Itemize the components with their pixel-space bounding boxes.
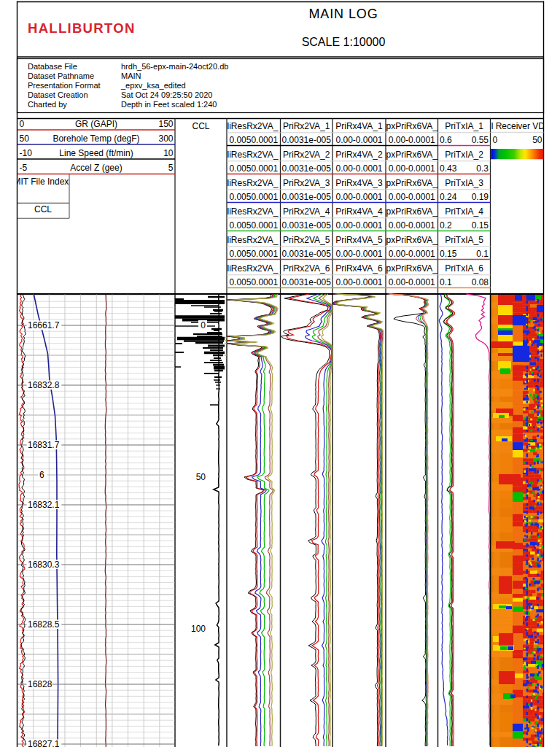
svg-text:liResRx2VA_: liResRx2VA_	[228, 206, 279, 217]
svg-text:16831.7: 16831.7	[28, 440, 60, 450]
svg-text:0.0050.0001: 0.0050.0001	[229, 249, 278, 259]
svg-text:MIT File Index: MIT File Index	[14, 177, 69, 187]
svg-text:0.00-0.0001: 0.00-0.0001	[335, 220, 382, 231]
svg-text:PriRx2VA_5: PriRx2VA_5	[283, 235, 330, 245]
svg-text:16832.1: 16832.1	[28, 500, 60, 510]
svg-text:PriRx2VA_6: PriRx2VA_6	[283, 263, 330, 274]
svg-text:liResRx2VA_: liResRx2VA_	[228, 235, 279, 245]
svg-text:PriRx4VA_1: PriRx4VA_1	[335, 121, 383, 131]
svg-text:PriTxIA_2: PriTxIA_2	[445, 150, 483, 160]
svg-text:pxPriRx6VA_: pxPriRx6VA_	[386, 121, 438, 131]
svg-text:16830.3: 16830.3	[28, 560, 60, 570]
svg-text:50: 50	[20, 133, 30, 144]
svg-text:0.1: 0.1	[440, 277, 452, 287]
svg-text:-5: -5	[20, 163, 28, 173]
svg-text:CCL: CCL	[34, 204, 52, 214]
svg-text:Dataset Pathname: Dataset Pathname	[28, 71, 94, 80]
svg-text:0.00-0.0001: 0.00-0.0001	[389, 192, 435, 202]
svg-text:PriRx2VA_3: PriRx2VA_3	[283, 178, 330, 188]
svg-text:Presentation Format: Presentation Format	[28, 81, 101, 90]
svg-text:0.19: 0.19	[472, 192, 489, 202]
svg-text:16828.5: 16828.5	[28, 619, 60, 630]
svg-text:0.0050.0001: 0.0050.0001	[229, 277, 278, 287]
svg-text:PriTxIA_6: PriTxIA_6	[445, 263, 483, 274]
svg-text:0.43: 0.43	[440, 163, 457, 174]
svg-text:0.0031e-005: 0.0031e-005	[282, 192, 332, 202]
svg-text:50: 50	[196, 472, 206, 482]
svg-text:0.0050.0001: 0.0050.0001	[229, 220, 278, 231]
svg-text:0.0031e-005: 0.0031e-005	[282, 135, 332, 145]
svg-text:Line Speed (ft/min): Line Speed (ft/min)	[59, 148, 133, 158]
svg-text:0.00-0.0001: 0.00-0.0001	[389, 249, 435, 259]
svg-text:0.0031e-005: 0.0031e-005	[282, 163, 332, 174]
svg-text:0: 0	[201, 320, 206, 330]
svg-text:PriRx2VA_1: PriRx2VA_1	[283, 121, 330, 131]
svg-text:0.6: 0.6	[440, 135, 452, 145]
svg-text:pxPriRx6VA_: pxPriRx6VA_	[386, 206, 438, 217]
svg-text:PriRx4VA_5: PriRx4VA_5	[335, 235, 383, 245]
svg-text:16832.8: 16832.8	[28, 380, 60, 390]
svg-text:0.0031e-005: 0.0031e-005	[282, 277, 332, 287]
svg-text:0.0031e-005: 0.0031e-005	[282, 249, 332, 259]
svg-text:0.0031e-005: 0.0031e-005	[282, 220, 332, 231]
svg-text:HALLIBURTON: HALLIBURTON	[28, 20, 136, 36]
svg-text:PriRx4VA_3: PriRx4VA_3	[335, 178, 383, 188]
svg-text:0.00-0.0001: 0.00-0.0001	[335, 249, 382, 259]
svg-text:0.15: 0.15	[440, 249, 457, 259]
svg-text:PriTxIA_4: PriTxIA_4	[445, 206, 483, 217]
svg-text:0.00-0.0001: 0.00-0.0001	[389, 220, 435, 231]
svg-text:0.55: 0.55	[472, 135, 489, 145]
svg-text:Borehole Temp (degF): Borehole Temp (degF)	[52, 133, 139, 144]
svg-text:0.00-0.0001: 0.00-0.0001	[389, 163, 435, 174]
svg-text:0.0050.0001: 0.0050.0001	[229, 135, 278, 145]
svg-text:PriTxIA_5: PriTxIA_5	[445, 235, 483, 245]
svg-text:Accel Z (gee): Accel Z (gee)	[70, 163, 122, 173]
svg-text:Sat Oct 24 09:25:50 2020: Sat Oct 24 09:25:50 2020	[121, 90, 212, 99]
svg-text:liResRx2VA_: liResRx2VA_	[228, 121, 279, 131]
svg-text:MAIN: MAIN	[121, 71, 141, 80]
svg-text:pxPriRx6VA_: pxPriRx6VA_	[386, 150, 438, 160]
svg-text:liResRx2VA_: liResRx2VA_	[228, 150, 279, 160]
svg-text:0: 0	[493, 135, 498, 145]
svg-text:300: 300	[158, 133, 173, 144]
svg-text:Depth in Feet scaled 1:240: Depth in Feet scaled 1:240	[121, 100, 217, 109]
svg-text:0.00-0.0001: 0.00-0.0001	[335, 163, 382, 174]
svg-text:GR (GAPI): GR (GAPI)	[75, 119, 117, 129]
svg-text:50: 50	[532, 135, 542, 145]
svg-text:Database File: Database File	[28, 62, 77, 71]
svg-text:10: 10	[163, 148, 174, 158]
svg-text:0.15: 0.15	[472, 220, 489, 231]
svg-text:PriRx4VA_6: PriRx4VA_6	[335, 263, 383, 274]
svg-text:pxPriRx6VA_: pxPriRx6VA_	[386, 263, 438, 274]
svg-text:0.00-0.0001: 0.00-0.0001	[335, 277, 382, 287]
svg-text:0.00-0.0001: 0.00-0.0001	[335, 192, 382, 202]
svg-text:_epxv_ksa_edited: _epxv_ksa_edited	[120, 81, 186, 90]
svg-text:0.24: 0.24	[440, 192, 457, 202]
svg-text:All Receiver VDL: All Receiver VDL	[483, 121, 550, 131]
svg-text:Charted by: Charted by	[28, 100, 67, 109]
svg-text:liResRx2VA_: liResRx2VA_	[228, 263, 279, 274]
svg-text:PriRx2VA_4: PriRx2VA_4	[283, 206, 330, 217]
svg-text:0.1: 0.1	[476, 249, 489, 259]
svg-text:MAIN LOG: MAIN LOG	[308, 7, 378, 21]
svg-text:liResRx2VA_: liResRx2VA_	[228, 178, 279, 188]
svg-text:16827.1: 16827.1	[28, 739, 60, 747]
svg-text:0: 0	[20, 119, 25, 129]
svg-text:PriRx4VA_2: PriRx4VA_2	[335, 150, 383, 160]
svg-text:0.00-0.0001: 0.00-0.0001	[335, 135, 382, 145]
svg-text:pxPriRx6VA_: pxPriRx6VA_	[386, 178, 438, 188]
svg-text:PriTxIA_3: PriTxIA_3	[445, 178, 483, 188]
svg-text:-10: -10	[20, 148, 33, 158]
svg-text:16828: 16828	[28, 679, 52, 689]
svg-text:5: 5	[168, 163, 174, 173]
svg-text:hrdh_56-epx-main-24oct20.db: hrdh_56-epx-main-24oct20.db	[121, 62, 228, 71]
svg-text:0.2: 0.2	[440, 220, 452, 231]
svg-text:PriRx2VA_2: PriRx2VA_2	[283, 150, 330, 160]
svg-text:0.3: 0.3	[476, 163, 489, 174]
svg-text:0.00-0.0001: 0.00-0.0001	[389, 277, 435, 287]
svg-text:0.00-0.0001: 0.00-0.0001	[389, 135, 435, 145]
svg-text:150: 150	[158, 119, 173, 129]
svg-text:16661.7: 16661.7	[28, 320, 60, 330]
svg-text:SCALE 1:10000: SCALE 1:10000	[302, 36, 386, 48]
svg-text:0.0050.0001: 0.0050.0001	[229, 192, 278, 202]
